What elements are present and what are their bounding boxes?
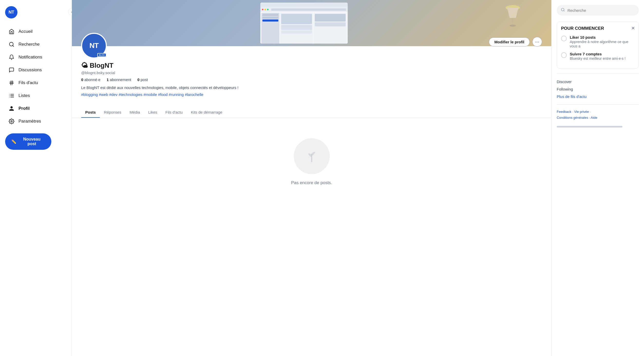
right-nav-discover[interactable]: Discover <box>557 78 639 85</box>
checklist-text-likes: Liker 10 posts Apprendre à notre algorit… <box>570 35 634 48</box>
sidebar-item-parametres[interactable]: Paramètres <box>5 115 67 127</box>
profile-tabs: Posts Réponses Média Likes Fils d'actu K… <box>72 107 551 118</box>
sidebar-label-listes: Listes <box>18 93 30 98</box>
profile-actions: Modifier le profil ··· <box>489 37 542 47</box>
profile-name: 🌤 BlogNT <box>81 62 542 70</box>
tab-likes[interactable]: Likes <box>144 107 161 117</box>
sidebar-item-discussions[interactable]: Discussions <box>5 64 67 76</box>
profile-name-text: BlogNT <box>90 62 113 69</box>
chat-icon <box>8 67 15 73</box>
new-post-button[interactable]: ✏️ Nouveau post <box>5 133 51 150</box>
posts-label-text: post <box>141 77 148 82</box>
svg-point-16 <box>510 25 516 27</box>
tab-fils-actu[interactable]: Fils d'actu <box>161 107 187 117</box>
sidebar-label-accueil: Accueil <box>18 29 33 34</box>
search-bar[interactable] <box>557 5 639 15</box>
tab-reponses[interactable]: Réponses <box>100 107 126 117</box>
right-nav-following[interactable]: Following <box>557 85 639 93</box>
svg-line-4 <box>11 81 11 85</box>
blog-badge: BLOG <box>97 53 106 57</box>
profile-emoji: 🌤 <box>81 62 88 69</box>
conditions-link[interactable]: Conditions générales <box>557 116 588 120</box>
checklist-desc-likes: Apprendre à notre algorithme ce que vous… <box>570 40 628 48</box>
pour-commencer-card: POUR COMMENCER ✕ Liker 10 posts Apprendr… <box>557 22 639 68</box>
dot-1: · <box>572 110 574 114</box>
sidebar-item-profil[interactable]: Profil <box>5 103 67 114</box>
search-nav-icon <box>8 41 15 48</box>
sidebar-label-fils-actu: Fils d'actu <box>18 80 38 85</box>
sidebar: NT ‹ Accueil Recherche <box>0 0 72 356</box>
feedback-link[interactable]: Feedback <box>557 110 571 114</box>
search-icon <box>561 8 565 13</box>
svg-point-12 <box>11 121 12 122</box>
empty-text: Pas encore de posts. <box>291 180 332 185</box>
sidebar-item-listes[interactable]: Listes <box>5 90 67 102</box>
abonnement-label-text: abonnement <box>110 77 131 82</box>
edit-profile-button[interactable]: Modifier le profil <box>489 37 530 46</box>
check-circle-likes <box>561 36 567 41</box>
checklist-desc-suivre: Bluesky est meilleur entre ami·e·s ! <box>570 56 626 61</box>
divider-1 <box>557 74 639 74</box>
sidebar-label-recherche: Recherche <box>18 42 40 47</box>
logo-area: NT <box>5 6 67 18</box>
avatar-wrapper: NT BLOG <box>81 33 107 58</box>
profile-handle: @blognt.bsky.social <box>81 71 542 75</box>
tab-posts[interactable]: Posts <box>81 107 100 117</box>
checklist-title-suivre: Suivre 7 comptes <box>570 52 626 56</box>
checklist-title-likes: Liker 10 posts <box>570 35 634 39</box>
more-options-button[interactable]: ··· <box>532 37 542 47</box>
close-pour-commencer-button[interactable]: ✕ <box>631 25 635 31</box>
abonnes-label-text: abonné·e <box>84 77 101 82</box>
sidebar-label-profil: Profil <box>18 106 30 111</box>
empty-icon-circle <box>294 138 330 174</box>
tab-media[interactable]: Média <box>125 107 144 117</box>
main-content: NT BLOG Modifier le profil ··· 🌤 BlogNT … <box>72 0 552 356</box>
list-icon <box>8 92 15 99</box>
sidebar-item-notifications[interactable]: Notifications <box>5 51 67 63</box>
pour-commencer-title: POUR COMMENCER <box>561 26 634 31</box>
hash-icon <box>8 80 15 86</box>
search-input[interactable] <box>567 8 635 13</box>
footer-links: Feedback · Vie privée · Conditions génér… <box>557 109 639 121</box>
profile-hashtags: #blogging #web #dev #technologies #mobil… <box>81 92 542 97</box>
bell-icon <box>8 54 15 61</box>
checklist-item-likes: Liker 10 posts Apprendre à notre algorit… <box>561 35 634 48</box>
app-logo: NT <box>5 6 17 18</box>
abonnement-stat: 1 abonnement <box>107 77 131 82</box>
gear-icon <box>8 118 15 125</box>
check-circle-suivre <box>561 52 567 58</box>
svg-line-1 <box>13 45 14 46</box>
sidebar-item-recherche[interactable]: Recherche <box>5 38 67 50</box>
svg-marker-14 <box>507 8 518 18</box>
new-post-label: Nouveau post <box>18 137 45 146</box>
sidebar-label-notifications: Notifications <box>18 55 42 60</box>
profile-stats: 0 abonné·e 1 abonnement 0 post <box>81 77 542 82</box>
sidebar-label-discussions: Discussions <box>18 67 42 73</box>
main-nav: Accueil Recherche Notifications <box>5 26 67 128</box>
tab-kits[interactable]: Kits de démarrage <box>187 107 226 117</box>
aide-link[interactable]: Aide <box>591 116 597 120</box>
profile-section: NT BLOG Modifier le profil ··· 🌤 BlogNT … <box>72 33 551 102</box>
sidebar-item-fils-actu[interactable]: Fils d'actu <box>5 77 67 89</box>
scrollbar-indicator <box>557 126 622 127</box>
user-icon <box>8 105 15 112</box>
right-nav-plus-fils[interactable]: Plus de fils d'actu <box>557 93 639 100</box>
dot-2: · <box>590 110 591 114</box>
sidebar-item-accueil[interactable]: Accueil <box>5 26 67 37</box>
home-icon <box>8 28 15 35</box>
abonnes-stat: 0 abonné·e <box>81 77 100 82</box>
svg-rect-15 <box>512 18 513 26</box>
svg-line-18 <box>564 11 564 11</box>
edit-icon: ✏️ <box>11 139 16 144</box>
checklist-item-suivre: Suivre 7 comptes Bluesky est meilleur en… <box>561 52 634 61</box>
empty-state: Pas encore de posts. <box>72 118 551 196</box>
sidebar-label-parametres: Paramètres <box>18 119 41 124</box>
profile-bio: Le BlogNT est dédié aux nouvelles techno… <box>81 85 542 91</box>
posts-stat: 0 post <box>137 77 148 82</box>
lamp-decoration <box>505 3 520 29</box>
plant-icon <box>303 147 321 165</box>
vie-privee-link[interactable]: Vie privée <box>574 110 589 114</box>
svg-line-5 <box>12 81 13 85</box>
divider-2 <box>557 104 639 105</box>
checklist-text-suivre: Suivre 7 comptes Bluesky est meilleur en… <box>570 52 626 61</box>
